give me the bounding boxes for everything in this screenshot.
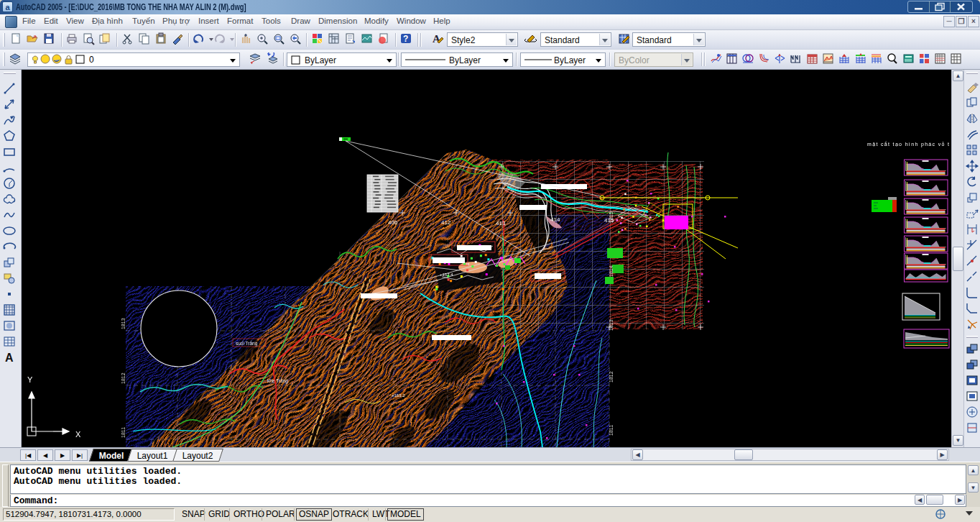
- svg-text:1812: 1812: [121, 372, 126, 384]
- svg-text:1811: 1811: [609, 425, 614, 436]
- svg-text:Y: Y: [27, 375, 33, 384]
- svg-text:suối Trắng: suối Trắng: [236, 340, 258, 347]
- svg-text:1813: 1813: [121, 318, 126, 329]
- svg-text:1812: 1812: [609, 371, 614, 383]
- svg-text:+157.4: +157.4: [440, 273, 453, 277]
- svg-text:0: 0: [89, 55, 94, 65]
- svg-text:X: X: [75, 430, 81, 439]
- svg-text:+163.2: +163.2: [392, 393, 405, 398]
- svg-text:1811: 1811: [121, 427, 126, 438]
- svg-text:1815: 1815: [609, 211, 614, 223]
- svg-text:412: 412: [441, 219, 451, 226]
- svg-text:mặt cắt tạo hình phác vỏ t: mặt cắt tạo hình phác vỏ t: [867, 141, 949, 147]
- svg-text:1814: 1814: [609, 265, 614, 277]
- svg-text:1813: 1813: [609, 319, 614, 331]
- svg-text:khe Trắng: khe Trắng: [267, 377, 288, 384]
- svg-text:?: ?: [403, 34, 408, 44]
- svg-text:406: 406: [388, 219, 398, 226]
- svg-text:A: A: [5, 352, 14, 364]
- svg-text:413: 413: [496, 220, 506, 226]
- svg-text:414: 414: [550, 216, 560, 223]
